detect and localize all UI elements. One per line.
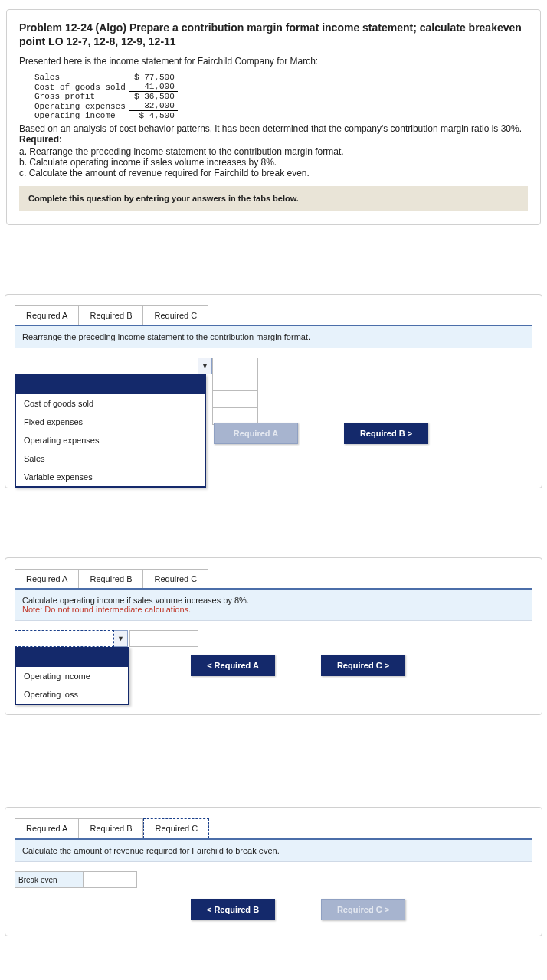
tabs: Required A Required B Required C [15,569,532,590]
breakeven-label: Break even [15,871,84,888]
intro-text: Presented here is the income statement f… [19,56,528,67]
nav-prev-button[interactable]: < Required B [191,899,275,920]
note-text: Note: Do not round intermediate calculat… [22,605,191,614]
tab-required-b[interactable]: Required B [79,569,143,588]
nav-next-button: Required C > [321,899,405,920]
breakeven-row: Break even [15,871,532,888]
dropdown-option[interactable]: Operating loss [16,685,128,704]
dropdown-option[interactable]: Variable expenses [16,468,205,486]
nav-prev-button: Required A [214,423,298,444]
chevron-down-icon[interactable]: ▼ [198,358,212,374]
tab-required-c[interactable]: Required C [143,569,208,588]
amount-input[interactable] [212,358,258,374]
line-item-dropdown[interactable]: Cost of goods sold Fixed expenses Operat… [15,374,206,488]
instruction-b: Calculate operating income if sales volu… [15,590,532,621]
required-item-c: c. Calculate the amount of revenue requi… [19,168,528,178]
dropdown-option[interactable]: Cost of goods sold [16,394,205,413]
nav-next-button[interactable]: Required B > [344,423,428,444]
table-row: Operating expenses 32,000 [31,101,178,111]
required-item-a: a. Rearrange the preceding income statem… [19,146,528,157]
required-label: Required: [19,134,528,145]
tabs: Required A Required B Required C [15,818,532,840]
tab-required-b[interactable]: Required B [79,818,143,838]
dropdown-blank-option[interactable] [16,376,205,394]
instruction-c: Calculate the amount of revenue required… [15,840,532,862]
line-item-select[interactable]: ▼ [15,358,212,374]
panel-required-c: Required A Required B Required C Calcula… [5,807,542,936]
tab-required-a[interactable]: Required A [15,305,79,325]
result-type-dropdown[interactable]: Operating income Operating loss [15,647,129,705]
result-type-select[interactable]: ▼ [15,630,128,647]
panel-required-b: Required A Required B Required C Calcula… [5,557,542,715]
required-list: a. Rearrange the preceding income statem… [19,146,528,178]
table-row: Sales$ 77,500 [31,73,178,82]
amount-input[interactable] [212,391,258,408]
dropdown-blank-option[interactable] [16,648,128,667]
amount-column [212,358,258,425]
analysis-text: Based on an analysis of cost behavior pa… [19,123,528,134]
select-display[interactable] [15,358,198,374]
problem-card: Problem 12-24 (Algo) Prepare a contribut… [6,9,541,225]
tab-required-a[interactable]: Required A [15,818,79,838]
amount-input[interactable] [129,630,198,647]
dropdown-option[interactable]: Operating expenses [16,431,205,449]
table-row: Cost of goods sold 41,000 [31,82,178,92]
table-row: Operating income$ 4,500 [31,111,178,121]
breakeven-input[interactable] [84,871,137,888]
tab-required-c[interactable]: Required C [143,818,209,838]
panel-required-a: Required A Required B Required C Rearran… [5,294,542,488]
dropdown-option[interactable]: Operating income [16,667,128,685]
dropdown-option[interactable]: Sales [16,449,205,468]
problem-title: Problem 12-24 (Algo) Prepare a contribut… [19,21,528,48]
income-statement-table: Sales$ 77,500 Cost of goods sold 41,000 … [31,73,178,120]
select-display[interactable] [15,630,114,647]
dropdown-option[interactable]: Fixed expenses [16,413,205,431]
nav-prev-button[interactable]: < Required A [191,655,275,676]
complete-banner: Complete this question by entering your … [19,186,528,211]
chevron-down-icon[interactable]: ▼ [114,630,128,647]
table-row: Gross profit$ 36,500 [31,92,178,102]
nav-next-button[interactable]: Required C > [321,655,405,676]
tab-required-b[interactable]: Required B [79,305,143,325]
tabs: Required A Required B Required C [15,305,532,326]
tab-required-a[interactable]: Required A [15,569,79,588]
required-item-b: b. Calculate operating income if sales v… [19,157,528,168]
instruction-a: Rearrange the preceding income statement… [15,326,532,348]
tab-required-c[interactable]: Required C [143,305,208,325]
amount-input[interactable] [212,374,258,391]
